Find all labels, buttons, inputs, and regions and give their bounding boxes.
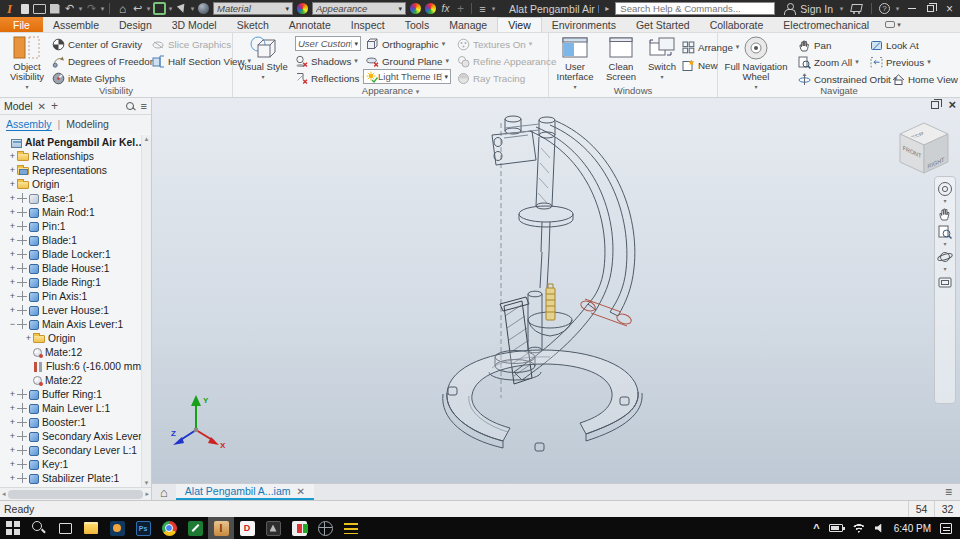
- restore-button[interactable]: [922, 1, 939, 16]
- tree-item[interactable]: + Blade Ring:1: [0, 275, 151, 289]
- tray-expand-icon[interactable]: ^: [813, 524, 819, 532]
- qat-icon[interactable]: [109, 3, 110, 14]
- cart-icon[interactable]: [850, 3, 863, 14]
- qat-icon[interactable]: [174, 1, 189, 16]
- ribbon-tab[interactable]: Electromechanical: [773, 17, 879, 32]
- restore-window-icon[interactable]: [931, 101, 939, 109]
- sign-in-button[interactable]: Sign In: [800, 3, 833, 15]
- ribbon-tab[interactable]: Sketch: [227, 17, 279, 32]
- tree-item[interactable]: + Key:1: [0, 457, 151, 471]
- qat-icon[interactable]: [32, 1, 47, 16]
- qat-icon[interactable]: [17, 1, 32, 16]
- qat-icon[interactable]: [408, 1, 423, 16]
- tab-assembly[interactable]: Assembly: [6, 118, 52, 131]
- degrees-of-freedom-button[interactable]: Degrees of Freedom: [52, 53, 158, 69]
- chevron-down-icon[interactable]: [838, 1, 845, 16]
- tree-item[interactable]: + Pin:1: [0, 219, 151, 233]
- qat-icon[interactable]: [47, 1, 62, 16]
- expand-icon[interactable]: +: [8, 221, 17, 231]
- expand-icon[interactable]: +: [8, 473, 17, 483]
- tree-item[interactable]: + Secondary Lever L:1: [0, 443, 151, 457]
- tree-item[interactable]: Alat Pengambil Air Kelapa 2.iam: [0, 135, 151, 149]
- taskbar-button[interactable]: [182, 517, 208, 539]
- scroll-down-icon[interactable]: ▼: [144, 480, 150, 486]
- tree-item[interactable]: + Main Lever L:1: [0, 401, 151, 415]
- viewport[interactable]: × TOP FRONT RIGHT ▾: [152, 98, 960, 500]
- full-navigation-wheel-button[interactable]: Full Navigation Wheel▾: [724, 35, 788, 92]
- taskbar-button[interactable]: [260, 517, 286, 539]
- ribbon-tab[interactable]: Inspect: [341, 17, 395, 32]
- scroll-right-icon[interactable]: ▸: [145, 490, 149, 498]
- expand-icon[interactable]: −: [8, 319, 17, 329]
- document-tab[interactable]: Alat Pengambil A...iam ✕: [176, 484, 314, 500]
- close-icon[interactable]: ✕: [297, 486, 305, 497]
- tree-item[interactable]: + Blade Locker:1: [0, 247, 151, 261]
- chevron-down-icon[interactable]: ▾: [943, 242, 946, 247]
- taskbar-button[interactable]: [52, 517, 78, 539]
- qat-icon[interactable]: [196, 1, 211, 16]
- qat-icon[interactable]: [145, 1, 152, 16]
- qat-icon[interactable]: [152, 1, 167, 16]
- taskbar-button[interactable]: [0, 517, 26, 539]
- expand-icon[interactable]: +: [8, 249, 17, 259]
- tree-item[interactable]: + Booster:1: [0, 415, 151, 429]
- scroll-up-icon[interactable]: ▲: [144, 136, 150, 142]
- expand-icon[interactable]: +: [8, 207, 17, 217]
- orthographic-button[interactable]: Orthographic▾: [366, 36, 445, 52]
- taskbar-button[interactable]: [104, 517, 130, 539]
- expand-icon[interactable]: +: [24, 333, 33, 343]
- qat-icon[interactable]: [62, 1, 77, 16]
- tree-item[interactable]: + Base:1: [0, 191, 151, 205]
- chevron-down-icon[interactable]: ▾: [943, 199, 946, 204]
- tree-item[interactable]: + Origin: [0, 331, 151, 345]
- visual-style-button[interactable]: Visual Style▾: [237, 35, 289, 82]
- help-icon[interactable]: ?: [879, 3, 890, 14]
- group-label-appearance[interactable]: Appearance ▾: [233, 85, 548, 96]
- taskbar-button[interactable]: [26, 517, 52, 539]
- tree-item[interactable]: + Blade:1: [0, 233, 151, 247]
- expand-icon[interactable]: +: [8, 389, 17, 399]
- expand-icon[interactable]: +: [8, 151, 17, 161]
- ribbon-tab[interactable]: File: [0, 17, 43, 32]
- switch-windows-button[interactable]: Switch▾: [644, 35, 680, 82]
- expand-icon[interactable]: +: [8, 179, 17, 189]
- taskbar-button[interactable]: [78, 517, 104, 539]
- ground-plane-button[interactable]: Ground Plane▾: [366, 53, 449, 69]
- taskbar-button[interactable]: [156, 517, 182, 539]
- tree-item[interactable]: + Pin Axis:1: [0, 289, 151, 303]
- center-of-gravity-button[interactable]: Center of Gravity: [52, 36, 142, 52]
- pan-button[interactable]: Pan: [798, 37, 831, 53]
- qat-icon[interactable]: [189, 1, 196, 16]
- orbit-icon[interactable]: [937, 249, 953, 265]
- qat-icon[interactable]: [84, 1, 99, 16]
- tree-item[interactable]: + Representations: [0, 163, 151, 177]
- close-icon[interactable]: ✕: [38, 101, 46, 112]
- taskbar-button[interactable]: [234, 517, 260, 539]
- appearance-combobox[interactable]: Appearance▾: [312, 2, 406, 15]
- tree-item[interactable]: + Main Rod:1: [0, 205, 151, 219]
- title-expand-icon[interactable]: ▸: [605, 4, 609, 13]
- expand-icon[interactable]: +: [8, 431, 17, 441]
- ribbon-tab[interactable]: 3D Model: [162, 17, 227, 32]
- tree-item[interactable]: + Secondary Axis Lever:1: [0, 429, 151, 443]
- taskbar-button[interactable]: [312, 517, 338, 539]
- ribbon-tab[interactable]: Manage: [439, 17, 497, 32]
- tree-item[interactable]: Flush:6 (-16.000 mm): [0, 359, 151, 373]
- search-input[interactable]: [616, 3, 774, 14]
- expand-icon[interactable]: +: [8, 165, 17, 175]
- close-button[interactable]: ×: [941, 1, 958, 16]
- expand-icon[interactable]: +: [8, 193, 17, 203]
- action-center-icon[interactable]: [940, 523, 952, 534]
- expand-icon[interactable]: +: [8, 277, 17, 287]
- close-window-icon[interactable]: ×: [948, 100, 956, 110]
- taskbar-button[interactable]: [130, 517, 156, 539]
- tree-item[interactable]: Mate:22: [0, 373, 151, 387]
- qat-icon[interactable]: [471, 3, 472, 14]
- tab-list-menu-icon[interactable]: ≡: [945, 485, 952, 499]
- lighting-style-combobox[interactable]: Light Theme IBL▾: [363, 69, 451, 84]
- help-search-box[interactable]: [615, 2, 775, 15]
- tree-item[interactable]: + Buffer Ring:1: [0, 387, 151, 401]
- expand-icon[interactable]: +: [8, 263, 17, 273]
- imate-glyphs-button[interactable]: iMate Glyphs: [52, 70, 125, 86]
- qat-icon[interactable]: [167, 1, 174, 16]
